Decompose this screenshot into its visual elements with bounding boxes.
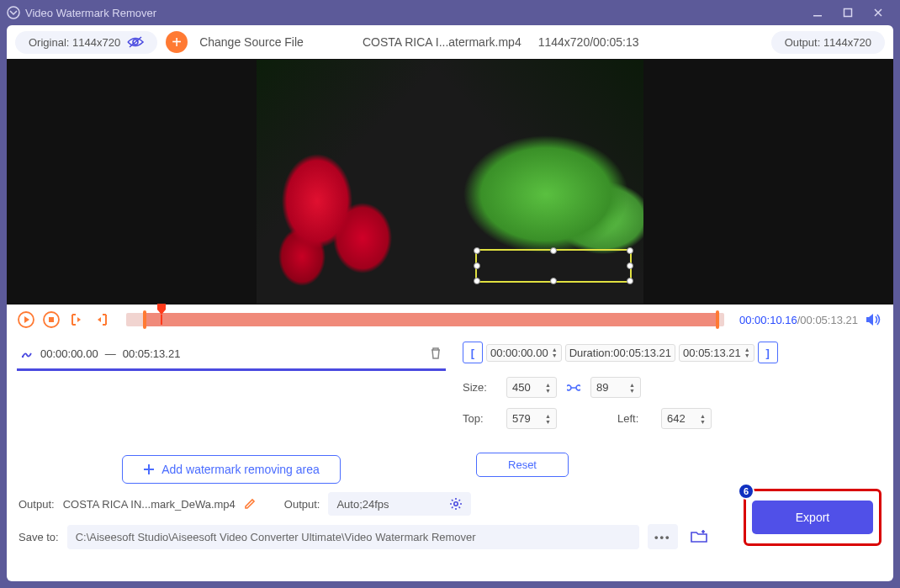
export-button[interactable]: Export [752,501,873,534]
app-window: Video Watermark Remover Original: 1144x7… [0,0,900,588]
add-area-label: Add watermark removing area [161,463,320,476]
browse-path-button[interactable]: ••• [648,524,678,549]
plus-icon [143,464,155,475]
total-time: /00:05:13.21 [797,314,858,326]
timeline[interactable] [126,313,724,326]
clip-row[interactable]: 00:00:00.00 — 00:05:13.21 [17,342,446,371]
reset-button[interactable]: Reset [476,453,569,477]
properties-panel: [ 00:00:00.00 ▲▼ Duration:00:05:13.21 00… [463,342,883,484]
clip-end: 00:05:13.21 [123,347,181,360]
minimize-button[interactable] [802,0,833,25]
clip-dash: — [105,347,116,360]
start-time-input[interactable]: 00:00:00.00 ▲▼ [486,344,562,362]
svg-rect-1 [813,15,822,17]
edit-filename-button[interactable] [244,498,256,510]
size-width-input[interactable]: 450 ▲▼ [506,377,557,398]
original-size-pill: Original: 1144x720 [15,31,157,54]
titlebar: Video Watermark Remover [0,0,900,25]
output-filename: COSTA RICA IN...mark_DeWa.mp4 [63,498,236,511]
svg-point-9 [22,356,24,358]
open-folder-button[interactable] [686,524,712,549]
volume-button[interactable] [865,310,883,329]
left-input[interactable]: 642 ▲▼ [661,408,712,429]
play-button[interactable] [17,310,35,329]
top-row: Original: 1144x720 + Change Source File … [7,25,893,59]
duration-input[interactable]: Duration:00:05:13.21 [565,344,675,362]
app-icon [7,6,20,19]
delete-clip-button[interactable] [429,347,442,360]
content-area: Original: 1144x720 + Change Source File … [7,25,893,581]
mid-panels: 00:00:00.00 — 00:05:13.21 Add watermark … [7,335,893,484]
file-info: COSTA RICA I...atermark.mp4 1144x720/00:… [363,35,639,49]
dimension-controls: Size: 450 ▲▼ 89 ▲▼ [463,377,883,429]
watermark-selection-box[interactable] [475,249,632,283]
watermark-area-icon [20,347,34,360]
size-label: Size: [463,381,496,394]
bottom-bar: Output: COSTA RICA IN...mark_DeWa.mp4 Ou… [7,484,893,559]
preview-toggle-icon[interactable] [127,36,144,48]
save-path-field[interactable]: C:\Aiseesoft Studio\Aiseesoft Video Conv… [67,525,639,549]
mark-out-button[interactable] [93,310,111,329]
output-size-pill: Output: 1144x720 [771,31,885,54]
svg-point-10 [454,502,458,506]
close-button[interactable] [863,0,893,25]
preview-frame [257,60,643,304]
svg-rect-7 [49,317,54,322]
playhead[interactable] [156,303,167,325]
gear-icon[interactable] [449,497,463,511]
spinner-arrows[interactable]: ▲▼ [552,347,558,358]
output-label-2: Output: [284,498,320,511]
link-aspect-icon[interactable] [567,382,580,394]
svg-point-0 [8,7,19,19]
output-label-1: Output: [19,498,55,511]
app-title: Video Watermark Remover [25,7,156,19]
current-time: 00:00:10.16 [739,314,797,326]
video-preview[interactable] [7,59,893,305]
top-input[interactable]: 579 ▲▼ [506,408,557,429]
mark-in-button[interactable] [67,310,86,329]
export-highlight: 6 Export [744,489,881,546]
add-source-button[interactable]: + [166,31,188,53]
spinner-arrows[interactable]: ▲▼ [744,347,750,358]
stop-button[interactable] [42,310,61,329]
size-height-input[interactable]: 89 ▲▼ [590,377,641,398]
file-name: COSTA RICA I...atermark.mp4 [363,35,521,49]
left-label: Left: [617,412,651,425]
playback-controls: 00:00:10.16/00:05:13.21 [7,305,893,335]
add-watermark-area-button[interactable]: Add watermark removing area [122,455,341,484]
end-time-input[interactable]: 00:05:13.21 ▲▼ [679,344,754,362]
step-badge: 6 [738,483,754,500]
original-label: Original: 1144x720 [29,36,120,49]
set-out-button[interactable]: ] [758,342,778,363]
time-display: 00:00:10.16/00:05:13.21 [739,314,858,326]
file-dims-time: 1144x720/00:05:13 [538,35,639,49]
clips-panel: 00:00:00.00 — 00:05:13.21 Add watermark … [17,342,446,484]
time-range-row: [ 00:00:00.00 ▲▼ Duration:00:05:13.21 00… [463,342,883,363]
output-format-select[interactable]: Auto;24fps [328,492,471,516]
svg-rect-2 [844,9,852,17]
change-source-label[interactable]: Change Source File [199,35,304,49]
output-label: Output: 1144x720 [785,36,871,49]
set-in-button[interactable]: [ [463,342,483,363]
save-to-label: Save to: [19,531,59,543]
clip-start: 00:00:00.00 [40,347,98,360]
maximize-button[interactable] [833,0,863,25]
top-label: Top: [463,412,496,425]
